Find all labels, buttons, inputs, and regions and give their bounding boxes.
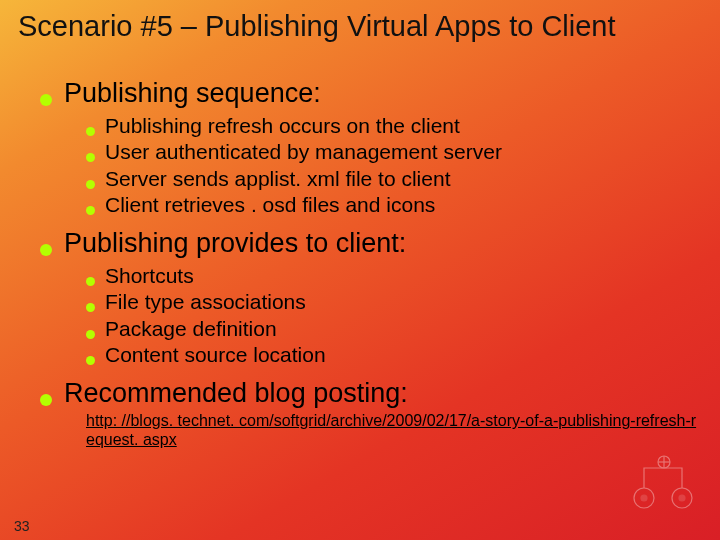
list-item: User authenticated by management server — [105, 139, 502, 165]
page-number: 33 — [14, 518, 30, 534]
svg-point-5 — [641, 495, 647, 501]
slide-title: Scenario #5 – Publishing Virtual Apps to… — [18, 10, 710, 43]
bullet-level1: Recommended blog posting: — [40, 378, 700, 409]
bullet-icon — [86, 303, 95, 312]
svg-point-1 — [672, 488, 692, 508]
blog-link[interactable]: http: //blogs. technet. com/softgrid/arc… — [86, 411, 700, 449]
section-heading: Recommended blog posting: — [64, 378, 408, 409]
bullet-icon — [86, 356, 95, 365]
sub-list: Publishing refresh occurs on the client … — [86, 113, 700, 218]
list-item: Server sends applist. xml file to client — [105, 166, 450, 192]
bullet-icon — [86, 153, 95, 162]
decorative-icon — [624, 450, 704, 520]
bullet-level1: Publishing sequence: — [40, 78, 700, 109]
list-item: Content source location — [105, 342, 326, 368]
svg-point-2 — [658, 456, 670, 468]
list-item: File type associations — [105, 289, 306, 315]
bullet-icon — [86, 277, 95, 286]
list-item: Shortcuts — [105, 263, 194, 289]
section-heading: Publishing sequence: — [64, 78, 321, 109]
bullet-icon — [86, 127, 95, 136]
sub-list: Shortcuts File type associations Package… — [86, 263, 700, 368]
bullet-level2: Publishing refresh occurs on the client — [86, 113, 700, 139]
list-item: Publishing refresh occurs on the client — [105, 113, 460, 139]
list-item: Package definition — [105, 316, 277, 342]
bullet-level1: Publishing provides to client: — [40, 228, 700, 259]
slide-content: Publishing sequence: Publishing refresh … — [40, 68, 700, 450]
bullet-icon — [40, 94, 52, 106]
bullet-icon — [86, 206, 95, 215]
bullet-icon — [40, 394, 52, 406]
bullet-level2: Shortcuts — [86, 263, 700, 289]
bullet-level2: Content source location — [86, 342, 700, 368]
svg-point-0 — [634, 488, 654, 508]
bullet-level2: Package definition — [86, 316, 700, 342]
slide: Scenario #5 – Publishing Virtual Apps to… — [0, 0, 720, 540]
bullet-level2: Server sends applist. xml file to client — [86, 166, 700, 192]
list-item: Client retrieves . osd files and icons — [105, 192, 435, 218]
bullet-level2: File type associations — [86, 289, 700, 315]
bullet-icon — [40, 244, 52, 256]
section-heading: Publishing provides to client: — [64, 228, 406, 259]
svg-point-6 — [679, 495, 685, 501]
bullet-icon — [86, 180, 95, 189]
bullet-level2: User authenticated by management server — [86, 139, 700, 165]
bullet-icon — [86, 330, 95, 339]
bullet-level2: Client retrieves . osd files and icons — [86, 192, 700, 218]
